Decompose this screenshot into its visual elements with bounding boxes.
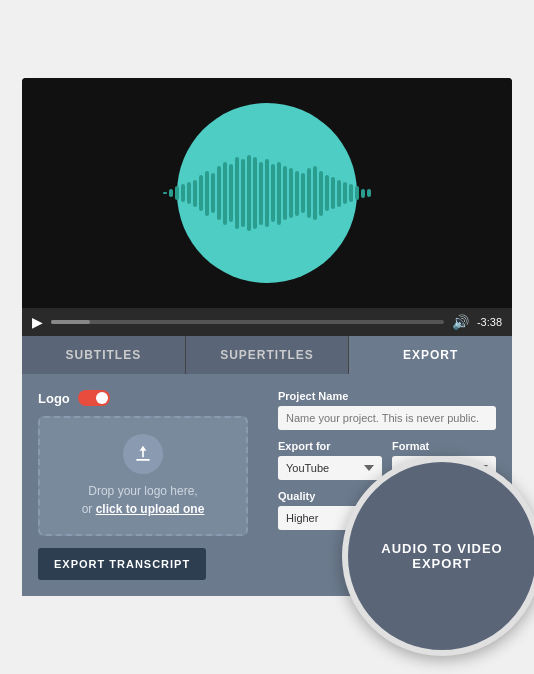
waveform-visualization: [163, 143, 371, 243]
video-controls: ▶ 🔊 -3:38: [22, 308, 512, 336]
logo-upload-box[interactable]: Drop your logo here, or click to upload …: [38, 416, 248, 536]
waveform-bar: [175, 186, 179, 200]
waveform-bar: [277, 162, 281, 225]
waveform-bar: [355, 186, 359, 200]
waveform-bar: [301, 173, 305, 214]
waveform-bar: [331, 177, 335, 209]
waveform-bar: [313, 166, 317, 220]
volume-icon[interactable]: 🔊: [452, 314, 469, 330]
logo-label: Logo: [38, 391, 70, 406]
waveform-bar: [235, 157, 239, 229]
project-name-group: Project Name: [278, 390, 496, 430]
waveform-bar: [211, 173, 215, 214]
waveform-circle: [177, 103, 357, 283]
logo-row: Logo: [38, 390, 258, 406]
waveform-bar: [271, 164, 275, 223]
waveform-bar: [205, 171, 209, 216]
big-button-container: AUDIO TO VIDEO EXPORT: [342, 456, 534, 656]
waveform-bar: [199, 175, 203, 211]
tab-supertitles[interactable]: SUPERTITLES: [186, 336, 350, 374]
waveform-bar: [337, 180, 341, 207]
waveform-bar: [319, 171, 323, 216]
tab-subtitles[interactable]: SUBTITLES: [22, 336, 186, 374]
waveform-bar: [187, 182, 191, 205]
waveform-bar: [361, 189, 365, 198]
waveform-bar: [163, 192, 167, 195]
export-panel: Logo Drop your logo here, or click to up…: [22, 374, 512, 596]
logo-toggle[interactable]: [78, 390, 110, 406]
panel-left: Logo Drop your logo here, or click to up…: [38, 390, 258, 580]
waveform-bar: [295, 171, 299, 216]
tab-export[interactable]: EXPORT: [349, 336, 512, 374]
tab-bar: SUBTITLES SUPERTITLES EXPORT: [22, 336, 512, 374]
waveform-bar: [253, 157, 257, 229]
upload-text: Drop your logo here, or click to upload …: [82, 482, 205, 518]
waveform-bar: [367, 189, 371, 196]
waveform-bar: [283, 166, 287, 220]
waveform-bar: [193, 180, 197, 207]
waveform-bar: [325, 175, 329, 211]
waveform-bar: [265, 159, 269, 227]
play-button[interactable]: ▶: [32, 314, 43, 330]
waveform-bar: [247, 155, 251, 232]
waveform-bar: [349, 184, 353, 202]
waveform-bar: [181, 184, 185, 202]
waveform-bar: [307, 168, 311, 218]
waveform-bar: [229, 164, 233, 223]
waveform-bar: [223, 162, 227, 225]
format-label: Format: [392, 440, 496, 452]
progress-bar[interactable]: [51, 320, 444, 324]
waveform-bar: [343, 182, 347, 205]
upload-icon: [123, 434, 163, 474]
waveform-bar: [241, 159, 245, 227]
waveform-bar: [289, 168, 293, 218]
export-for-label: Export for: [278, 440, 382, 452]
upload-click-link[interactable]: click to upload one: [96, 502, 205, 516]
audio-to-video-export-button[interactable]: AUDIO TO VIDEO EXPORT: [342, 456, 534, 656]
waveform-bar: [169, 189, 173, 196]
progress-bar-fill: [51, 320, 90, 324]
time-display: -3:38: [477, 316, 502, 328]
project-name-label: Project Name: [278, 390, 496, 402]
video-player: [22, 78, 512, 308]
waveform-bar: [217, 166, 221, 220]
project-name-input[interactable]: [278, 406, 496, 430]
waveform-bar: [259, 162, 263, 225]
export-transcript-button[interactable]: EXPORT TRANSCRIPT: [38, 548, 206, 580]
